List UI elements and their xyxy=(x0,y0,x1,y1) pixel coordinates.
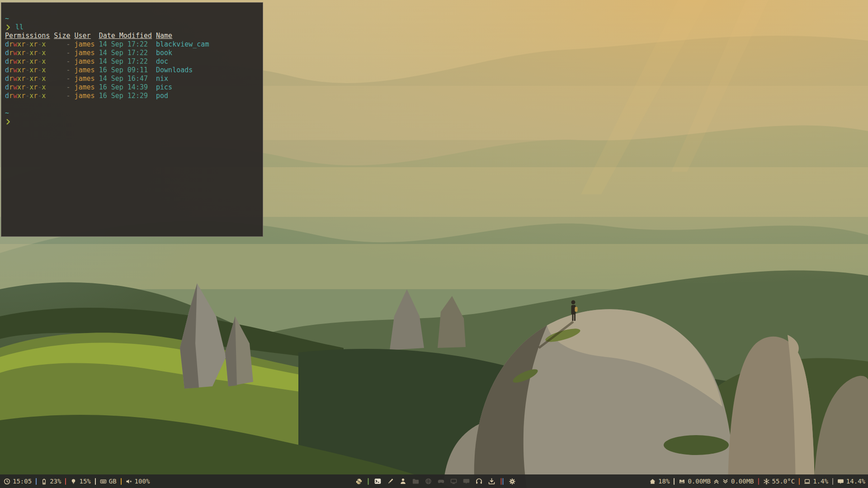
workspace-person[interactable] xyxy=(400,478,407,485)
battery-module[interactable]: 23% xyxy=(41,478,61,485)
permissions-cell: drwxr-xr-x xyxy=(5,66,50,75)
gear-icon[interactable] xyxy=(509,478,516,485)
date-cell: 14 Sep 17:22 xyxy=(99,49,152,57)
name-cell: blackview_cam xyxy=(156,40,209,49)
workspace-globe[interactable] xyxy=(425,478,432,485)
clock-module[interactable]: 15:05 xyxy=(4,478,32,485)
command-text: ll xyxy=(15,23,24,32)
ethernet-icon xyxy=(679,478,685,485)
size-cell: - xyxy=(54,83,70,92)
memory-module[interactable]: 18% xyxy=(649,478,670,485)
clock-value: 15:05 xyxy=(13,478,32,485)
separator xyxy=(832,478,833,485)
date-cell: 14 Sep 17:22 xyxy=(99,57,152,66)
memory-value: 18% xyxy=(658,478,670,485)
snowflake-icon xyxy=(763,478,770,485)
network-download-value: 0.00MB xyxy=(731,478,754,485)
workspace-list xyxy=(374,478,495,485)
prompt-cwd: ~ xyxy=(5,109,259,117)
separator xyxy=(674,478,675,485)
cpu-module[interactable]: 1.4% xyxy=(804,478,828,485)
python-launcher-icon[interactable] xyxy=(356,478,363,485)
temperature-module[interactable]: 55.0°C xyxy=(763,478,795,485)
name-cell: nix xyxy=(156,75,168,83)
user-cell: james xyxy=(74,49,94,57)
date-cell: 16 Sep 12:29 xyxy=(99,92,152,100)
size-cell: - xyxy=(54,57,70,66)
user-cell: james xyxy=(74,40,94,49)
file-row: drwxr-xr-x-james14 Sep 17:22book xyxy=(5,49,259,57)
header-date-modified: Date Modified xyxy=(99,32,152,40)
bar-right-modules: 18% 0.00MB 0.00MB 55.0°C 1.4% 14.4% xyxy=(649,478,865,485)
workspace-download[interactable] xyxy=(488,478,495,485)
network-upload-value: 0.00MB xyxy=(688,478,711,485)
workspace-terminal[interactable] xyxy=(374,478,382,485)
workspace-headphones[interactable] xyxy=(476,478,483,485)
permissions-cell: drwxr-xr-x xyxy=(5,57,50,66)
volume-value: 100% xyxy=(135,478,150,485)
brightness-value: 15% xyxy=(79,478,90,485)
keyboard-layout-module[interactable]: GB xyxy=(100,478,117,485)
temperature-value: 55.0°C xyxy=(772,478,795,485)
bar-left-modules: 15:05 23% 15% GB 100% xyxy=(4,478,150,485)
user-cell: james xyxy=(74,92,94,100)
name-cell: pics xyxy=(156,83,172,92)
volume-module[interactable]: 100% xyxy=(126,478,150,485)
prompt-cwd: ~ xyxy=(5,14,259,23)
file-row: drwxr-xr-x-james16 Sep 09:11Downloads xyxy=(5,66,259,75)
separator xyxy=(503,478,504,485)
size-cell: - xyxy=(54,75,70,83)
laptop-icon xyxy=(804,478,811,485)
terminal-window[interactable]: ~ ll Permissions Size User Date Modified… xyxy=(1,2,263,237)
size-cell: - xyxy=(54,40,70,49)
separator xyxy=(65,478,66,485)
header-user: User xyxy=(74,32,90,40)
file-listing: drwxr-xr-x-james14 Sep 17:22blackview_ca… xyxy=(5,40,259,100)
brightness-module[interactable]: 15% xyxy=(70,478,90,485)
clock-icon xyxy=(4,478,10,485)
workspace-gamepad[interactable] xyxy=(438,478,445,485)
date-cell: 14 Sep 16:47 xyxy=(99,75,152,83)
chevrons-down-icon xyxy=(722,478,729,485)
workspace-chat-square[interactable] xyxy=(463,478,470,485)
file-row: drwxr-xr-x-james16 Sep 12:29pod xyxy=(5,92,259,100)
file-row: drwxr-xr-x-james16 Sep 14:39pics xyxy=(5,83,259,92)
permissions-cell: drwxr-xr-x xyxy=(5,40,50,49)
permissions-cell: drwxr-xr-x xyxy=(5,75,50,83)
header-name: Name xyxy=(156,32,172,40)
date-cell: 14 Sep 17:22 xyxy=(99,40,152,49)
file-row: drwxr-xr-x-james14 Sep 17:22doc xyxy=(5,57,259,66)
network-module[interactable]: 0.00MB 0.00MB xyxy=(679,478,754,485)
separator xyxy=(799,478,800,485)
header-permissions: Permissions xyxy=(5,32,50,40)
separator xyxy=(501,478,502,485)
size-cell: - xyxy=(54,92,70,100)
file-row: drwxr-xr-x-james14 Sep 16:47nix xyxy=(5,75,259,83)
workspace-pencil[interactable] xyxy=(387,478,394,485)
file-row: drwxr-xr-x-james14 Sep 17:22blackview_ca… xyxy=(5,40,259,49)
battery-value: 23% xyxy=(50,478,61,485)
user-cell: james xyxy=(74,66,94,75)
date-cell: 16 Sep 09:11 xyxy=(99,66,152,75)
permissions-cell: drwxr-xr-x xyxy=(5,83,50,92)
listing-header: Permissions Size User Date Modified Name xyxy=(5,32,259,40)
size-cell: - xyxy=(54,49,70,57)
workspace-monitor[interactable] xyxy=(450,478,458,485)
chevrons-up-icon xyxy=(713,478,720,485)
separator xyxy=(368,478,369,485)
user-cell: james xyxy=(74,57,94,66)
keyboard-layout-value: GB xyxy=(109,478,117,485)
separator xyxy=(121,478,122,485)
home-icon xyxy=(649,478,656,485)
cpu-value: 1.4% xyxy=(813,478,828,485)
volume-icon xyxy=(126,478,132,485)
workspace-folder[interactable] xyxy=(412,478,420,485)
name-cell: Downloads xyxy=(156,66,193,75)
disk-value: 14.4% xyxy=(846,478,865,485)
separator xyxy=(95,478,96,485)
separator xyxy=(36,478,37,485)
size-cell: - xyxy=(54,66,70,75)
disk-module[interactable]: 14.4% xyxy=(837,478,865,485)
user-cell: james xyxy=(74,83,94,92)
battery-icon xyxy=(41,478,47,485)
